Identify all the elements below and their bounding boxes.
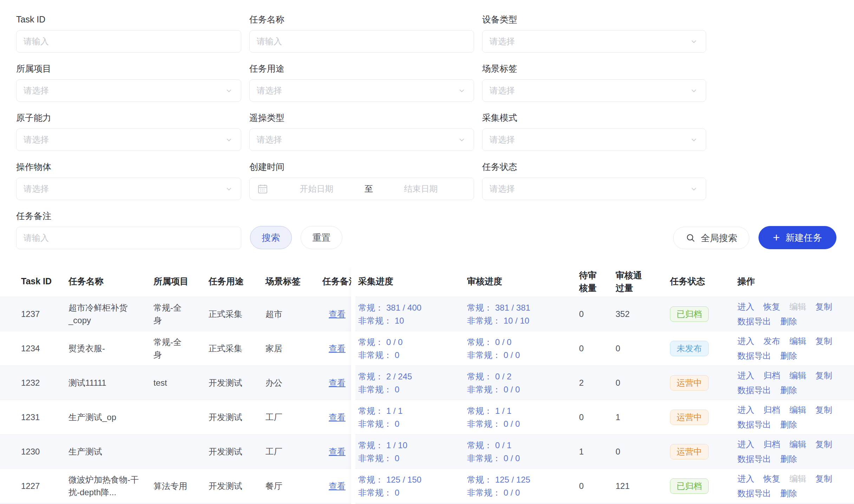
filter-label-teleop-type: 遥操类型 [249,112,474,124]
action-link[interactable]: 发布 [763,334,780,348]
cell-review-progress: 常规：0 / 2非常规：0 / 0 [467,370,575,396]
action-link[interactable]: 进入 [737,403,754,417]
action-link[interactable]: 数据导出 [737,349,771,363]
view-note-link[interactable]: 查看 [329,309,346,319]
action-link[interactable]: 进入 [737,334,754,348]
task-name-input[interactable]: 请输入 [249,30,474,53]
action-link[interactable]: 数据导出 [737,315,771,328]
filter-label-create-time: 创建时间 [249,161,474,173]
action-link[interactable]: 编辑 [789,334,806,348]
table-row: 1230生产测试开发测试工厂查看常规：1 / 10非常规：0常规：0 / 1非常… [0,435,854,469]
create-task-button[interactable]: + 新建任务 [758,226,836,249]
cell-scene: 办公 [265,377,322,389]
filter-label-task-id: Task ID [16,13,241,25]
cell-collect-progress-regular: 常规：2 / 245 [358,370,467,383]
action-link[interactable]: 删除 [780,315,797,328]
cell-approved-count: 0 [613,378,670,388]
view-note-link[interactable]: 查看 [329,344,346,353]
cell-purpose: 开发测试 [209,377,265,389]
project-select[interactable]: 请选择 [16,79,241,102]
chevron-down-icon [224,135,234,145]
cell-pending-count: 1 [575,447,613,457]
cell-review-progress-regular: 常规：0 / 1 [467,439,575,452]
action-link[interactable]: 进入 [737,472,754,485]
cell-status: 已归档 [670,478,733,494]
action-link[interactable]: 复制 [815,403,832,417]
view-note-link[interactable]: 查看 [329,378,346,387]
filter-field-scene-tag: 场景标签请选择 [482,62,706,102]
action-link[interactable]: 归档 [763,403,780,417]
scene-tag-placeholder: 请选择 [490,85,515,96]
create-time-range-picker[interactable]: 开始日期至结束日期 [249,178,474,200]
cell-status: 运营中 [670,375,733,391]
task-purpose-placeholder: 请选择 [257,85,282,96]
chevron-down-icon [224,184,234,194]
view-note-link[interactable]: 查看 [329,412,346,422]
action-link[interactable]: 复制 [815,334,832,348]
task-note-placeholder: 请输入 [24,232,49,244]
action-link[interactable]: 数据导出 [737,487,771,500]
device-type-select[interactable]: 请选择 [482,30,706,53]
action-link[interactable]: 进入 [737,369,754,382]
cell-approved-count: 1 [613,412,670,422]
filter-label-collect-mode: 采集模式 [482,112,706,124]
action-link[interactable]: 数据导出 [737,384,771,397]
action-link[interactable]: 数据导出 [737,452,771,466]
cell-project: test [153,377,209,389]
filter-label-operate-object: 操作物体 [16,161,241,173]
action-link[interactable]: 删除 [780,487,797,500]
cell-approved-count: 0 [613,447,670,457]
action-link[interactable]: 删除 [780,349,797,363]
action-link[interactable]: 恢复 [763,300,780,313]
cell-project: 算法专用 [153,480,209,492]
action-link[interactable]: 恢复 [763,472,780,485]
collect-mode-select[interactable]: 请选择 [482,128,706,151]
chevron-down-icon [689,86,699,95]
action-link[interactable]: 进入 [737,438,754,451]
cell-task-id: 1231 [0,412,68,422]
task-note-input[interactable]: 请输入 [16,227,241,249]
scene-tag-select[interactable]: 请选择 [482,79,706,102]
cell-collect-progress-irregular: 非常规：0 [358,452,467,465]
action-link[interactable]: 复制 [815,369,832,382]
cell-pending-count: 0 [575,309,613,319]
global-search-button[interactable]: 全局搜索 [673,227,749,249]
teleop-type-select[interactable]: 请选择 [249,128,474,151]
action-link[interactable]: 编辑 [789,403,806,417]
cell-status: 未发布 [670,341,733,356]
search-button[interactable]: 搜索 [250,226,292,249]
atomic-ability-select[interactable]: 请选择 [16,128,241,151]
atomic-ability-placeholder: 请选择 [24,134,49,145]
view-note-link[interactable]: 查看 [329,447,346,456]
cell-review-progress-irregular: 非常规：0 / 0 [467,349,575,362]
action-link[interactable]: 复制 [815,300,832,313]
action-link[interactable]: 归档 [763,369,780,382]
action-link[interactable]: 编辑 [789,369,806,382]
action-link[interactable]: 删除 [780,452,797,466]
action-link[interactable]: 数据导出 [737,418,771,431]
column-header-scene: 场景标签 [265,276,322,287]
table-body: 1237超市冷鲜柜补货_copy常规-全身正式采集超市查看常规：381 / 40… [0,297,854,504]
column-header-ops: 操作 [733,276,854,287]
operate-object-placeholder: 请选择 [24,183,49,194]
action-link[interactable]: 删除 [780,418,797,431]
cell-collect-progress-regular: 常规：381 / 400 [358,301,467,314]
teleop-type-placeholder: 请选择 [257,134,282,145]
cell-actions: 进入恢复编辑复制数据导出删除 [733,300,854,328]
action-link[interactable]: 复制 [815,472,832,485]
task-purpose-select[interactable]: 请选择 [249,79,474,102]
view-note-link[interactable]: 查看 [329,481,346,491]
status-badge: 运营中 [670,410,709,425]
action-link[interactable]: 删除 [780,384,797,397]
action-link[interactable]: 编辑 [789,438,806,451]
fixed-column-divider [351,266,355,504]
action-link[interactable]: 复制 [815,438,832,451]
operate-object-select[interactable]: 请选择 [16,178,241,200]
cell-task-id: 1232 [0,378,68,388]
action-link[interactable]: 进入 [737,300,754,313]
task-status-select[interactable]: 请选择 [482,178,706,200]
reset-button[interactable]: 重置 [301,226,342,249]
task-id-input[interactable]: 请输入 [16,30,241,53]
action-link[interactable]: 归档 [763,438,780,451]
cell-actions: 进入归档编辑复制数据导出删除 [733,438,854,466]
